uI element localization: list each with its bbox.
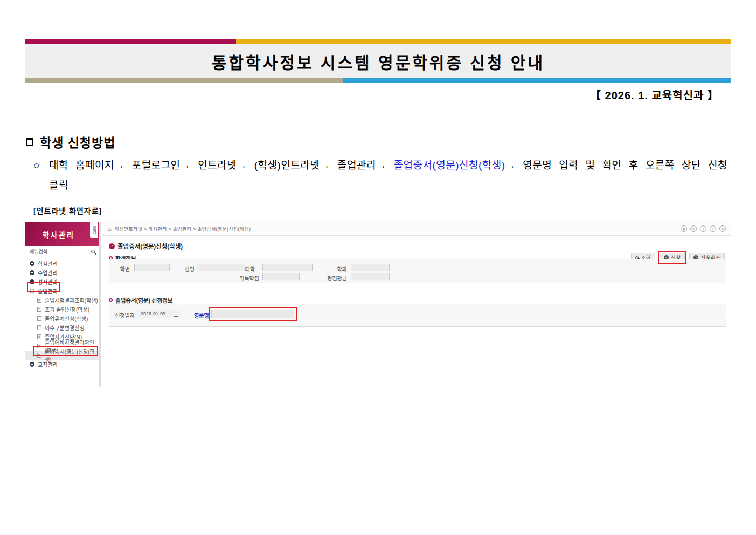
expand-plus-icon bbox=[30, 261, 34, 266]
document-icon bbox=[37, 316, 41, 321]
intranet-page-title: › 졸업증서(영문)신청(학생) bbox=[109, 242, 183, 250]
sidebar-close-label: 닫기 bbox=[92, 226, 97, 235]
apply-date-input[interactable]: 2026-01-09 bbox=[138, 310, 181, 318]
collapse-minus-icon bbox=[30, 289, 34, 293]
field-label-gpa: 평점평균 bbox=[320, 274, 347, 282]
intranet-screenshot: 학사관리 닫기 메뉴검색 학적관리 수업관리 bbox=[25, 222, 731, 388]
sidebar-item-label: 학적관리 bbox=[38, 259, 58, 268]
document-icon bbox=[37, 334, 41, 339]
banner-top-magenta-segment bbox=[25, 39, 236, 44]
page-title: 통합학사정보 시스템 영문학위증 신청 안내 bbox=[25, 44, 731, 78]
field-label-credits: 취득학점 bbox=[223, 274, 259, 282]
field-label-apply-date: 신청일자 bbox=[112, 311, 135, 319]
sidebar-item-sueop[interactable]: 수업관리 bbox=[25, 268, 99, 277]
student-info-panel: 학번 성명 대학 학과 취득학점 평점평균 bbox=[109, 259, 726, 283]
field-label-english-name: 영문명 bbox=[194, 311, 209, 319]
sidebar-item-hakjeok[interactable]: 학적관리 bbox=[25, 259, 99, 268]
user-icon[interactable]: ☻ bbox=[681, 225, 687, 232]
gpa-input[interactable] bbox=[351, 273, 390, 280]
document-icon bbox=[37, 353, 41, 358]
home-icon[interactable]: ⌂ bbox=[108, 225, 112, 232]
field-label-name: 성명 bbox=[173, 265, 195, 273]
banner-top-bar bbox=[25, 39, 731, 44]
intranet-main: ⌂ 학생인트라넷 > 학사관리 > 졸업관리 > 졸업증서(영문)신청(학생) … bbox=[102, 222, 731, 388]
instructions-text: 대학 홈페이지→ 포털로그인→ 인트라넷→ (학생)인트라넷→ 졸업관리→ 졸업… bbox=[33, 155, 727, 195]
sidebar-subitem-exam-result[interactable]: 졸업시험결과조회(학생) bbox=[25, 296, 99, 305]
circle-bullet-icon: ○ bbox=[33, 155, 40, 175]
close-icon[interactable]: × bbox=[719, 225, 726, 232]
sidebar-item-label: 성적관리 bbox=[38, 278, 58, 286]
apply-info-panel: 신청일자 2026-01-09 영문명 bbox=[109, 304, 726, 327]
sidebar-subitem-early-grad[interactable]: 조기 졸업신청(학생) bbox=[25, 305, 99, 314]
ring-bullet-icon bbox=[109, 298, 113, 302]
sidebar-item-label: 졸업시험결과조회(학생) bbox=[45, 296, 98, 304]
instructions-pre: 대학 홈페이지→ 포털로그인→ 인트라넷→ (학생)인트라넷→ 졸업관리→ bbox=[49, 160, 394, 171]
apply-info-section-label: 졸업증서(영문) 신청정보 bbox=[109, 296, 173, 304]
sidebar-item-label: 교직관리 bbox=[38, 360, 58, 368]
sidebar-subitem-course-change[interactable]: 이수구분변경신청 bbox=[25, 323, 99, 332]
instructions-menu-link: 졸업증서(영문)신청(학생) bbox=[394, 160, 505, 171]
field-label-hakbun: 학번 bbox=[109, 265, 130, 273]
document-icon bbox=[37, 325, 41, 330]
window-icon-group: ☻ ✎ i ? × bbox=[681, 225, 726, 232]
search-icon[interactable] bbox=[91, 250, 95, 253]
sidebar-item-joreop[interactable]: 졸업관리 bbox=[25, 286, 99, 296]
breadcrumb-bar: ⌂ 학생인트라넷 > 학사관리 > 졸업관리 > 졸업증서(영문)신청(학생) … bbox=[102, 222, 731, 236]
expand-plus-icon bbox=[30, 279, 34, 284]
section-heading-label: 학생 신청방법 bbox=[40, 133, 115, 151]
credits-input[interactable] bbox=[262, 273, 300, 280]
document-icon bbox=[37, 298, 41, 303]
sidebar-item-seongjeok[interactable]: 성적관리 bbox=[25, 277, 99, 286]
field-label-college: 대학 bbox=[232, 265, 255, 273]
sidebar-item-label: 조기 졸업신청(학생) bbox=[45, 305, 89, 313]
screenshot-caption: [인트라넷 화면자료] bbox=[33, 205, 102, 216]
banner-bottom-blue-segment bbox=[343, 78, 731, 83]
menu-search-label: 메뉴검색 bbox=[30, 248, 91, 255]
document-icon bbox=[37, 307, 41, 312]
college-input[interactable] bbox=[262, 264, 313, 271]
sidebar: 학사관리 닫기 메뉴검색 학적관리 수업관리 bbox=[25, 222, 101, 387]
sidebar-close-tab[interactable]: 닫기 bbox=[90, 222, 98, 238]
section-heading: 학생 신청방법 bbox=[26, 133, 115, 151]
banner-bottom-bar bbox=[25, 78, 731, 83]
sidebar-item-label: 졸업유예신청(학생) bbox=[45, 314, 88, 323]
sidebar-item-label: 수업관리 bbox=[38, 269, 58, 277]
sidebar-subitem-english-diploma[interactable]: 졸업증서(영문)신청(학생) bbox=[25, 351, 99, 360]
info-icon[interactable]: i bbox=[700, 225, 706, 232]
sidebar-header: 학사관리 닫기 bbox=[25, 222, 99, 246]
breadcrumb: 학생인트라넷 > 학사관리 > 졸업관리 > 졸업증서(영문)신청(학생) bbox=[115, 225, 251, 232]
date-department-line: 【 2026. 1. 교육혁신과 】 bbox=[590, 87, 719, 102]
arrow-circle-icon: › bbox=[109, 243, 115, 249]
sidebar-item-label: 졸업관리 bbox=[38, 287, 58, 295]
banner-top-gold-segment bbox=[236, 39, 731, 44]
field-label-dept: 학과 bbox=[320, 265, 347, 273]
expand-plus-icon bbox=[30, 362, 34, 367]
english-name-input[interactable] bbox=[211, 310, 294, 318]
department-input[interactable] bbox=[351, 264, 390, 271]
expand-plus-icon bbox=[30, 270, 34, 275]
apply-date-value: 2026-01-09 bbox=[141, 311, 170, 317]
sidebar-title: 학사관리 bbox=[25, 222, 92, 246]
intranet-page-title-label: 졸업증서(영문)신청(학생) bbox=[117, 242, 183, 250]
student-id-input[interactable] bbox=[134, 264, 170, 271]
apply-info-title: 졸업증서(영문) 신청정보 bbox=[115, 296, 173, 304]
help-icon[interactable]: ? bbox=[710, 225, 716, 232]
sidebar-menu: 학적관리 수업관리 성적관리 졸업관리 졸업시험결과조회(학생) bbox=[25, 257, 99, 369]
document-icon bbox=[37, 344, 41, 348]
banner-bottom-tan-segment bbox=[25, 78, 343, 83]
sidebar-subitem-grad-deferral[interactable]: 졸업유예신청(학생) bbox=[25, 314, 99, 323]
menu-search-box[interactable]: 메뉴검색 bbox=[25, 246, 99, 257]
sidebar-item-label: 이수구분변경신청 bbox=[45, 324, 85, 332]
instructions: ○ 대학 홈페이지→ 포털로그인→ 인트라넷→ (학생)인트라넷→ 졸업관리→ … bbox=[33, 155, 727, 195]
calendar-icon[interactable] bbox=[174, 312, 178, 317]
square-bullet-icon bbox=[26, 138, 33, 146]
edit-icon[interactable]: ✎ bbox=[690, 225, 697, 232]
banner: 통합학사정보 시스템 영문학위증 신청 안내 bbox=[25, 39, 731, 83]
